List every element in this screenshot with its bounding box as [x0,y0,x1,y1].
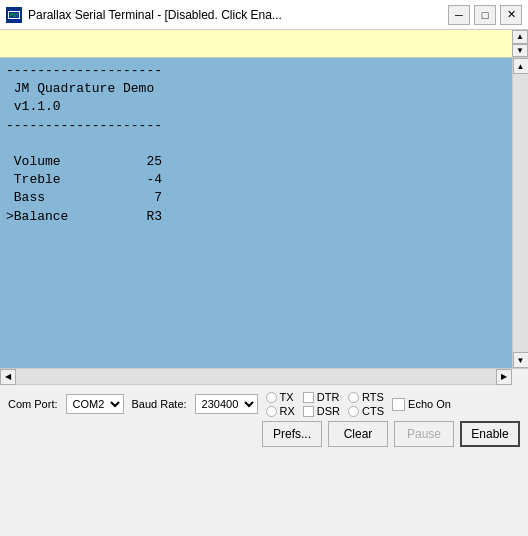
hscroll-right[interactable]: ▶ [496,369,512,385]
hscroll-track[interactable] [16,369,496,384]
echo-on-checkbox[interactable] [392,398,405,411]
cts-radio[interactable] [348,406,359,417]
baud-rate-select[interactable]: 230400 [195,394,258,414]
echo-on-item: Echo On [392,398,451,411]
dsr-item: DSR [303,405,340,417]
terminal-display: -------------------- JM Quadrature Demo … [0,58,512,368]
svg-text:PST: PST [10,12,19,18]
controls-bar: Com Port: COM2 Baud Rate: 230400 TX RX D… [0,384,528,451]
rts-item: RTS [348,391,384,403]
tx-radio[interactable] [266,392,277,403]
main-area: -------------------- JM Quadrature Demo … [0,58,528,368]
dtr-item: DTR [303,391,340,403]
com-port-select[interactable]: COM2 [66,394,124,414]
controls-row2: Prefs... Clear Pause Enable [8,421,520,447]
hscroll-left[interactable]: ◀ [0,369,16,385]
scroll-down-arrow[interactable]: ▼ [512,44,528,58]
terminal-hscroll: ◀ ▶ [0,369,512,384]
enable-button[interactable]: Enable [460,421,520,447]
window-controls: ─ □ ✕ [448,5,522,25]
hscroll-row: ◀ ▶ [0,368,528,384]
scroll-corner [512,369,528,385]
dtr-label: DTR [317,391,340,403]
title-bar: PST Parallax Serial Terminal - [Disabled… [0,0,528,30]
rts-radio[interactable] [348,392,359,403]
terminal-vscroll: ▲ ▼ [512,58,528,368]
dsr-led[interactable] [303,406,314,417]
echo-on-label: Echo On [408,398,451,410]
input-field[interactable] [2,33,526,55]
vscroll-up[interactable]: ▲ [513,58,529,74]
window-title: Parallax Serial Terminal - [Disabled. Cl… [28,8,448,22]
cts-label: CTS [362,405,384,417]
rx-label: RX [280,405,295,417]
input-scrollbar: ▲ ▼ [512,30,528,57]
prefs-button[interactable]: Prefs... [262,421,322,447]
com-port-label: Com Port: [8,398,58,410]
cts-item: CTS [348,405,384,417]
scroll-up-arrow[interactable]: ▲ [512,30,528,44]
tx-label: TX [280,391,294,403]
vscroll-down[interactable]: ▼ [513,352,529,368]
minimize-button[interactable]: ─ [448,5,470,25]
rx-radio[interactable] [266,406,277,417]
input-bar: ▲ ▼ [0,30,528,58]
dtr-led[interactable] [303,392,314,403]
controls-row1: Com Port: COM2 Baud Rate: 230400 TX RX D… [8,391,520,417]
close-button[interactable]: ✕ [500,5,522,25]
vscroll-track[interactable] [513,74,528,352]
dtr-dsr-group: DTR DSR [303,391,340,417]
rts-cts-group: RTS CTS [348,391,384,417]
app-icon: PST [6,7,22,23]
tx-radio-item: TX [266,391,295,403]
pause-button[interactable]: Pause [394,421,454,447]
rts-label: RTS [362,391,384,403]
dsr-label: DSR [317,405,340,417]
baud-rate-label: Baud Rate: [132,398,187,410]
clear-button[interactable]: Clear [328,421,388,447]
restore-button[interactable]: □ [474,5,496,25]
tx-rx-group: TX RX [266,391,295,417]
rx-radio-item: RX [266,405,295,417]
